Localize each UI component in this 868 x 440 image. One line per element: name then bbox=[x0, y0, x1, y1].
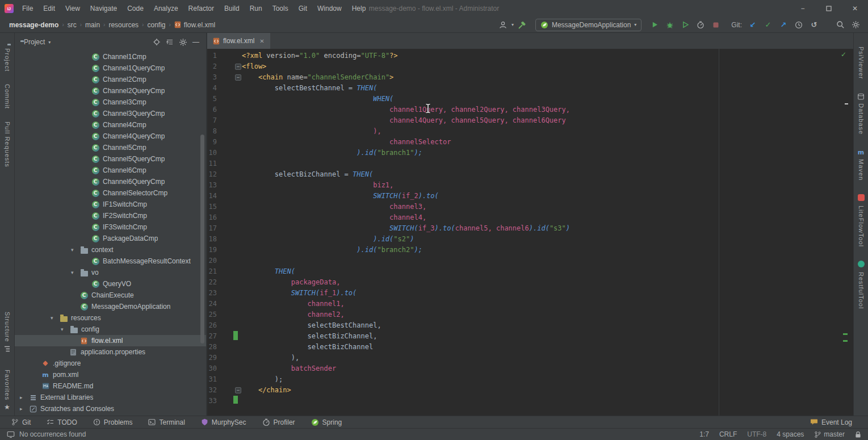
tree-item-messagedemoapplication[interactable]: CMessageDemoApplication bbox=[15, 301, 206, 312]
menu-git[interactable]: Git bbox=[293, 0, 312, 17]
locate-file-icon[interactable] bbox=[153, 38, 161, 46]
git-update-icon[interactable]: ↙ bbox=[746, 18, 760, 32]
stripe-button-psiviewer[interactable]: PsiViewer bbox=[858, 47, 865, 79]
profiler-button[interactable] bbox=[694, 18, 707, 32]
hide-panel-icon[interactable]: — bbox=[192, 38, 199, 46]
tree-item-channel1cmp[interactable]: CChannel1Cmp bbox=[15, 51, 206, 62]
breadcrumb-src[interactable]: src bbox=[68, 21, 77, 29]
project-scrollbar[interactable] bbox=[200, 135, 204, 343]
menu-run[interactable]: Run bbox=[245, 0, 267, 17]
code-line-20[interactable]: 20 bbox=[207, 255, 853, 266]
code-line-21[interactable]: 21 THEN( bbox=[207, 266, 853, 277]
code-line-17[interactable]: 17 SWITCH(if_3).to(channel5, channel6).i… bbox=[207, 223, 853, 234]
stripe-button-structure[interactable]: Structure bbox=[3, 312, 11, 353]
code-line-31[interactable]: 31 ); bbox=[207, 374, 853, 385]
menu-window[interactable]: Window bbox=[312, 0, 347, 17]
inspection-ok-icon[interactable]: ✓ bbox=[841, 51, 846, 58]
code-line-19[interactable]: 19 ).id("branch2"); bbox=[207, 245, 853, 255]
code-line-33[interactable]: 33 bbox=[207, 396, 853, 407]
toolwindow-button-murphysec[interactable]: MurphySec bbox=[201, 418, 246, 426]
toolwindow-button-event-log[interactable]: Event Log bbox=[810, 418, 852, 426]
fold-marker[interactable]: − bbox=[235, 387, 241, 393]
tree-item-channel1querycmp[interactable]: CChannel1QueryCmp bbox=[15, 62, 206, 74]
code-editor[interactable]: 1<?xml version="1.0" encoding="UTF-8"?>2… bbox=[207, 49, 853, 416]
stripe-button-pull-requests[interactable]: Pull Requests bbox=[4, 121, 11, 167]
code-line-10[interactable]: 10 ).id("branch1"); bbox=[207, 148, 853, 158]
tree-item-channel4cmp[interactable]: CChannel4Cmp bbox=[15, 119, 206, 131]
code-line-28[interactable]: 28 selectBizChannel bbox=[207, 342, 853, 353]
menu-tools[interactable]: Tools bbox=[267, 0, 293, 17]
tree-item-readme-md[interactable]: README.md bbox=[15, 380, 206, 392]
indent-setting[interactable]: 4 spaces bbox=[777, 430, 804, 438]
menu-navigate[interactable]: Navigate bbox=[85, 0, 122, 17]
code-line-14[interactable]: 14 SWITCH(if_2).to( bbox=[207, 191, 853, 202]
tree-item-channel4querycmp[interactable]: CChannel4QueryCmp bbox=[15, 131, 206, 142]
tree-item-chainexecute[interactable]: CChainExecute bbox=[15, 290, 206, 301]
stripe-button-restfultool[interactable]: RestfulTool bbox=[858, 261, 865, 309]
chevron-right-icon[interactable]: ▸ bbox=[20, 406, 23, 412]
stripe-button-database[interactable]: Database bbox=[857, 93, 865, 135]
tree-item-channel2cmp[interactable]: CChannel2Cmp bbox=[15, 74, 206, 85]
tree-item--gitignore[interactable]: .gitignore bbox=[15, 358, 206, 369]
fold-marker[interactable]: − bbox=[235, 64, 241, 70]
code-line-30[interactable]: 30 batchSender bbox=[207, 363, 853, 374]
toolwindow-button-git[interactable]: Git bbox=[11, 418, 31, 426]
git-commit-icon[interactable]: ✓ bbox=[761, 18, 775, 32]
code-line-25[interactable]: 25 channel2, bbox=[207, 309, 853, 320]
run-button[interactable] bbox=[648, 18, 661, 32]
git-branch[interactable]: master bbox=[814, 430, 845, 438]
menu-view[interactable]: View bbox=[60, 0, 85, 17]
minimize-button[interactable]: − bbox=[790, 0, 816, 17]
code-line-3[interactable]: 3 <chain name="channelSenderChain"> bbox=[207, 72, 853, 83]
breadcrumb-file[interactable]: flow.el.xml bbox=[174, 21, 215, 29]
chevron-down-icon[interactable]: ▾ bbox=[51, 315, 53, 321]
git-push-icon[interactable]: ↗ bbox=[777, 18, 790, 32]
tree-item-packagedatacmp[interactable]: CPackageDataCmp bbox=[15, 233, 206, 244]
code-line-13[interactable]: 13 biz1, bbox=[207, 180, 853, 191]
chevron-down-icon[interactable]: ▾ bbox=[61, 326, 64, 332]
menu-build[interactable]: Build bbox=[219, 0, 245, 17]
code-line-24[interactable]: 24 channel1, bbox=[207, 299, 853, 309]
rollback-icon[interactable]: ↺ bbox=[807, 18, 821, 32]
toolwindow-button-spring[interactable]: Spring bbox=[311, 418, 342, 426]
tree-item-scratches-and-consoles[interactable]: ▸Scratches and Consoles bbox=[15, 403, 206, 414]
code-line-26[interactable]: 26 selectBestChannel, bbox=[207, 320, 853, 331]
code-line-22[interactable]: 22 packageData, bbox=[207, 277, 853, 288]
tree-item-if2switchcmp[interactable]: CIF2SwitchCmp bbox=[15, 210, 206, 221]
history-icon[interactable] bbox=[792, 18, 806, 32]
chevron-down-icon[interactable]: ▾ bbox=[48, 40, 51, 45]
code-line-23[interactable]: 23 SWITCH(if_1).to( bbox=[207, 288, 853, 299]
stripe-button-maven[interactable]: mMaven bbox=[858, 148, 865, 181]
toolwindow-button-problems[interactable]: Problems bbox=[93, 418, 133, 426]
toolwindow-button-terminal[interactable]: Terminal bbox=[148, 418, 184, 426]
build-project-icon[interactable] bbox=[515, 18, 529, 32]
fold-marker[interactable]: − bbox=[235, 74, 241, 81]
stop-button[interactable] bbox=[709, 18, 723, 32]
code-line-8[interactable]: 8 ), bbox=[207, 126, 853, 137]
line-ending[interactable]: CRLF bbox=[719, 430, 737, 438]
breadcrumb-main[interactable]: main bbox=[85, 21, 100, 29]
panel-settings-icon[interactable] bbox=[179, 38, 187, 47]
tree-item-queryvo[interactable]: CQueryVO bbox=[15, 278, 206, 290]
caret-position[interactable]: 1:7 bbox=[699, 430, 709, 438]
tree-item-channelselectorcmp[interactable]: CChannelSelectorCmp bbox=[15, 187, 206, 199]
tree-item-flow-el-xml[interactable]: flow.el.xml bbox=[15, 335, 206, 346]
menu-code[interactable]: Code bbox=[122, 0, 149, 17]
tree-item-if1switchcmp[interactable]: CIF1SwitchCmp bbox=[15, 199, 206, 210]
code-line-11[interactable]: 11 bbox=[207, 158, 853, 169]
code-line-27[interactable]: 27 selectBizChannel, bbox=[207, 331, 853, 342]
search-icon[interactable] bbox=[833, 18, 847, 32]
breadcrumb-resources[interactable]: resources bbox=[108, 21, 139, 29]
code-line-7[interactable]: 7 channel4Query, channel5Query, channel6… bbox=[207, 115, 853, 126]
tree-item-resources[interactable]: ▾resources bbox=[15, 312, 206, 324]
tree-item-context[interactable]: ▾context bbox=[15, 244, 206, 255]
settings-gear-icon[interactable] bbox=[849, 18, 862, 32]
tree-item-pom-xml[interactable]: mpom.xml bbox=[15, 369, 206, 380]
close-tab-icon[interactable]: ✕ bbox=[259, 38, 264, 44]
tree-item-channel6querycmp[interactable]: CChannel6QueryCmp bbox=[15, 176, 206, 187]
chevron-right-icon[interactable]: ▸ bbox=[20, 395, 23, 400]
run-coverage-button[interactable] bbox=[678, 18, 692, 32]
code-line-1[interactable]: 1<?xml version="1.0" encoding="UTF-8"?> bbox=[207, 51, 853, 61]
stripe-button-project[interactable]: Project bbox=[4, 45, 11, 72]
chevron-down-icon[interactable]: ▾ bbox=[71, 247, 74, 253]
